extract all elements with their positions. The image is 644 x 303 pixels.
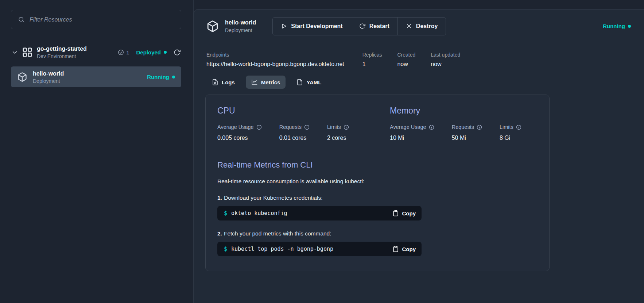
restart-label: Restart (369, 23, 389, 30)
meta-last-updated: Last updated now (431, 52, 460, 68)
check-circle-icon (118, 49, 124, 55)
dev-environment-icon (22, 47, 33, 58)
deployment-overview: Endpoints https://hello-world-bgonp-bgon… (194, 43, 644, 70)
deployment-title-text: hello-world Deployment (225, 19, 256, 33)
deployment-title-block: hello-world Deployment (206, 19, 256, 33)
tab-yaml[interactable]: YAML (291, 76, 327, 89)
play-icon (281, 23, 287, 29)
deployment-header: hello-world Deployment Start Development… (194, 9, 644, 43)
destroy-label: Destroy (416, 23, 438, 30)
metrics-card: CPU Average Usage 0.005 cores Requests (205, 95, 550, 271)
cli-section-title: Real-time Metrics from CLI (217, 160, 538, 170)
deployment-status-badge: Running (603, 23, 631, 29)
environment-name: go-getting-started (37, 45, 87, 52)
destroy-button[interactable]: Destroy (397, 18, 446, 35)
endpoint-url[interactable]: https://hello-world-bgonp-bgonp.bgonp.de… (206, 61, 344, 68)
detail-tabs: Logs Metrics YAML (194, 70, 644, 89)
cpu-stats: Average Usage 0.005 cores Requests 0.01 … (217, 124, 390, 141)
command-text: $kubectl top pods -n bgonp-bgonp (224, 246, 333, 252)
cli-step-2-text: 2.Fetch your pod metrics with this comma… (217, 230, 538, 237)
cpu-metrics-group: CPU Average Usage 0.005 cores Requests (217, 106, 390, 141)
yaml-icon (296, 79, 303, 85)
step-number: 2. (217, 230, 222, 237)
shell-prompt: $ (224, 210, 227, 216)
start-development-button[interactable]: Start Development (273, 18, 350, 35)
chevron-down-icon[interactable] (12, 49, 18, 55)
info-icon[interactable] (516, 124, 521, 130)
copy-command-1-button[interactable]: Copy (392, 210, 416, 216)
memory-requests-stat: Requests 50 Mi (452, 124, 482, 141)
cpu-requests-stat: Requests 0.01 cores (279, 124, 310, 141)
restart-icon (359, 23, 365, 29)
filter-resources-box[interactable] (11, 10, 181, 29)
info-icon[interactable] (477, 124, 482, 130)
deployment-icon (206, 20, 219, 32)
status-dot (628, 25, 631, 28)
resource-text: hello-world Deployment (33, 70, 64, 84)
okteto-app: go-getting-started Dev Environment 1 Dep… (0, 0, 644, 303)
resource-type: Deployment (33, 78, 64, 84)
environment-status-badge: Deployed (136, 49, 167, 55)
main-panel: hello-world Deployment Start Development… (194, 9, 644, 303)
command-text: $okteto kubeconfig (224, 210, 287, 216)
cpu-average-usage-stat: Average Usage 0.005 cores (217, 124, 262, 141)
info-icon[interactable] (429, 124, 434, 130)
environment-meta: 1 Deployed (118, 49, 181, 56)
resource-count-badge: 1 (118, 49, 129, 55)
meta-replicas: Replicas 1 (362, 52, 382, 68)
memory-average-usage-stat: Average Usage 10 Mi (390, 124, 434, 141)
tab-metrics-label: Metrics (261, 79, 280, 85)
environment-status-label: Deployed (136, 49, 161, 55)
start-development-label: Start Development (291, 23, 342, 30)
step-number: 1. (217, 195, 222, 201)
resource-count: 1 (126, 49, 129, 55)
copy-label: Copy (402, 210, 416, 216)
deployment-meta: Replicas 1 Created now Last updated now (362, 52, 460, 68)
tab-metrics[interactable]: Metrics (246, 76, 286, 89)
restart-button[interactable]: Restart (351, 18, 397, 35)
deployment-icon (17, 72, 27, 82)
memory-limits-stat: Limits 8 Gi (500, 124, 521, 141)
page-subtitle: Deployment (225, 27, 256, 33)
environment-type: Dev Environment (37, 53, 87, 59)
status-dot (172, 76, 175, 78)
resource-status-badge: Running (147, 74, 175, 80)
cli-command-2: $kubectl top pods -n bgonp-bgonp Copy (217, 242, 422, 256)
filter-resources-input[interactable] (30, 16, 174, 23)
tab-logs[interactable]: Logs (206, 76, 240, 89)
copy-icon (392, 246, 399, 252)
copy-command-2-button[interactable]: Copy (392, 246, 416, 252)
cli-step-1-text: 1.Download your Kubernetes credentials: (217, 195, 538, 201)
resource-status-label: Running (147, 74, 169, 80)
meta-created: Created now (397, 52, 415, 68)
resource-metrics: CPU Average Usage 0.005 cores Requests (217, 106, 538, 141)
info-icon[interactable] (256, 124, 262, 130)
refresh-icon[interactable] (174, 49, 181, 56)
copy-icon (392, 210, 399, 216)
environment-text: go-getting-started Dev Environment (37, 45, 87, 59)
memory-title: Memory (390, 106, 538, 116)
close-icon (406, 23, 412, 29)
logs-icon (212, 79, 218, 85)
tab-logs-label: Logs (222, 79, 235, 85)
shell-prompt: $ (224, 246, 227, 252)
info-icon[interactable] (304, 124, 310, 130)
resource-name: hello-world (33, 70, 64, 77)
info-icon[interactable] (344, 124, 349, 130)
tab-yaml-label: YAML (306, 79, 321, 85)
memory-stats: Average Usage 10 Mi Requests 50 Mi (390, 124, 538, 141)
resource-row-hello-world[interactable]: hello-world Deployment Running (11, 66, 181, 87)
cli-command-1: $okteto kubeconfig Copy (217, 206, 422, 220)
deployment-status-label: Running (603, 23, 625, 29)
metrics-icon (251, 79, 258, 85)
cpu-limits-stat: Limits 2 cores (327, 124, 349, 141)
page-title: hello-world (225, 19, 256, 26)
environment-row-go-getting-started[interactable]: go-getting-started Dev Environment 1 Dep… (11, 44, 181, 61)
endpoints-label: Endpoints (206, 52, 344, 58)
cli-intro-text: Real-time resource consumption is availa… (217, 178, 538, 185)
copy-label: Copy (402, 246, 416, 252)
cpu-title: CPU (217, 106, 390, 116)
status-dot (164, 51, 167, 54)
sidebar: go-getting-started Dev Environment 1 Dep… (0, 0, 194, 303)
deployment-actions: Start Development Restart Destroy (272, 17, 446, 35)
